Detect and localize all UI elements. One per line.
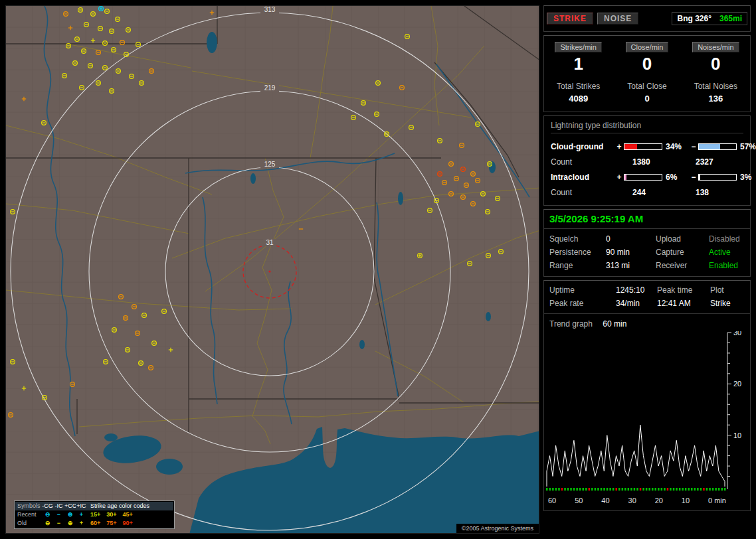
map-legend: Symbols-CG-IC+CG+ICStrike age color code… — [14, 501, 175, 529]
info-row: Peak rate 34/min 12:41 AM Strike — [544, 297, 750, 310]
strike-button[interactable]: STRIKE — [547, 13, 593, 25]
uptime-label: Uptime — [549, 285, 616, 295]
upload-value: Disabled — [709, 234, 750, 244]
squelch-label: Squelch — [549, 234, 606, 244]
counters-section: Strikes/min Close/min Noises/min 1 0 0 T… — [543, 35, 751, 112]
trend-baseline-marker — [601, 488, 603, 491]
trend-baseline-marker — [691, 488, 693, 491]
trend-baseline-marker — [561, 488, 563, 491]
legend-age: 90+ — [123, 520, 133, 526]
cg-minus-pct: 57% — [737, 142, 756, 151]
strikes-per-min-chip[interactable]: Strikes/min — [555, 42, 601, 52]
trend-baseline-marker — [670, 488, 672, 491]
trend-baseline-marker — [646, 488, 648, 491]
trend-baseline-marker — [573, 488, 575, 491]
trend-baseline-marker — [607, 488, 609, 491]
trend-baseline-marker — [688, 488, 690, 491]
count-label: Count — [551, 157, 614, 167]
range-value: 313 mi — [606, 261, 656, 270]
trend-header: Trend graph 60 min — [544, 313, 750, 330]
trend-x-tick-label: 20 — [655, 497, 663, 504]
trend-graph: 102030 6050403020100 min — [545, 331, 750, 504]
status-section: 3/5/2026 9:25:19 AM Squelch 0 Upload Dis… — [543, 209, 751, 277]
trend-x-tick-label: 30 — [628, 497, 636, 504]
bearing-value: Bng 326° — [677, 14, 711, 23]
trend-baseline-marker — [667, 488, 669, 491]
distribution-title: Lightning type distribution — [551, 121, 743, 133]
trend-baseline-marker — [549, 488, 551, 491]
trend-baseline-marker — [664, 488, 666, 491]
trend-baseline-marker — [676, 488, 678, 491]
trend-baseline-marker — [661, 488, 663, 491]
trend-baseline-marker — [583, 488, 585, 491]
trend-y-tick-label: 30 — [733, 331, 741, 337]
trend-baseline-marker — [613, 488, 614, 491]
legend-age: 30+ — [106, 511, 116, 518]
side-panel: STRIKE NOISE Bng 326° 365mi Strikes/min … — [543, 5, 751, 534]
persistence-label: Persistence — [549, 248, 606, 257]
close-per-min-chip[interactable]: Close/min — [626, 42, 669, 52]
ring-label-125: 125 — [264, 161, 276, 168]
trend-baseline-marker — [603, 488, 605, 491]
legend-col-header: -CG — [42, 502, 53, 510]
trend-window-value: 60 min — [603, 319, 626, 329]
total-strikes-value: 4089 — [544, 94, 613, 104]
trend-baseline-marker — [679, 488, 681, 491]
legend-col-header: +IC — [76, 502, 87, 510]
trend-baseline-marker — [700, 488, 702, 491]
trend-baseline-marker — [709, 488, 711, 491]
legend-symbol: + — [76, 519, 87, 528]
receiver-value: Enabled — [709, 261, 750, 270]
plus-sign: + — [614, 142, 624, 151]
ic-minus-bar — [698, 174, 737, 181]
cloud-ground-row: Cloud-ground + 34% − 57% — [551, 139, 743, 154]
trend-baseline-marker — [706, 488, 708, 491]
total-strikes-label: Total Strikes — [544, 82, 613, 91]
trend-baseline-marker — [648, 488, 650, 491]
trend-baseline-marker — [636, 488, 638, 491]
status-row: Squelch 0 Upload Disabled — [544, 232, 750, 246]
trend-baseline-marker — [564, 488, 566, 491]
bearing-range-value: 365mi — [719, 14, 742, 23]
map-view[interactable]: 313 219 125 31 Symbols-CG-IC+CG+ICStrike… — [5, 5, 539, 534]
legend-age-title: Strike age color codes — [87, 502, 173, 510]
legend-age: 45+ — [123, 511, 133, 518]
trend-y-tick-label: 20 — [733, 380, 741, 388]
legend-symbol: − — [53, 519, 64, 528]
trend-baseline-marker — [589, 488, 591, 491]
trend-baseline-marker — [558, 488, 560, 491]
noise-button[interactable]: NOISE — [597, 13, 638, 25]
trend-baseline-marker — [609, 488, 611, 491]
trend-graph-canvas: 102030 — [545, 331, 745, 495]
trend-x-tick-label: 50 — [575, 497, 583, 504]
legend-grid: Symbols-CG-IC+CG+ICStrike age color code… — [15, 502, 173, 528]
peak-time-value: 12:41 AM — [657, 299, 710, 308]
status-row: Range 313 mi Receiver Enabled — [544, 259, 750, 272]
legend-symbol: − — [53, 510, 64, 519]
status-row: Persistence 90 min Capture Active — [544, 246, 750, 259]
trend-baseline-marker — [624, 488, 626, 491]
map-canvas: 313 219 125 31 — [6, 6, 539, 534]
legend-recent-label: Recent — [15, 510, 42, 519]
cloud-ground-count-row: Count 1380 2327 — [551, 154, 743, 169]
trend-baseline-marker — [682, 488, 684, 491]
noises-per-min-value: 0 — [682, 52, 750, 75]
trend-baseline-marker — [715, 488, 717, 491]
cg-minus-bar — [698, 143, 737, 150]
ic-plus-count: 244 — [614, 188, 688, 197]
ic-plus-pct: 6% — [662, 173, 689, 182]
trend-baseline-marker — [694, 488, 696, 491]
trend-baseline-marker — [585, 488, 587, 491]
legend-symbol: ⊖ — [42, 519, 53, 528]
cg-plus-count: 1380 — [614, 157, 688, 167]
capture-value: Active — [709, 248, 750, 257]
total-noises-value: 136 — [682, 94, 750, 104]
legend-col-header: -IC — [53, 502, 64, 510]
legend-age: 15+ — [90, 511, 100, 518]
noises-per-min-chip[interactable]: Noises/min — [692, 42, 739, 52]
ring-label-31: 31 — [266, 239, 274, 246]
ic-minus-count: 138 — [688, 188, 743, 197]
copyright-label: ©2005 Astrogenic Systems — [456, 524, 539, 533]
range-label: Range — [549, 261, 606, 270]
trend-baseline-marker — [703, 488, 705, 491]
